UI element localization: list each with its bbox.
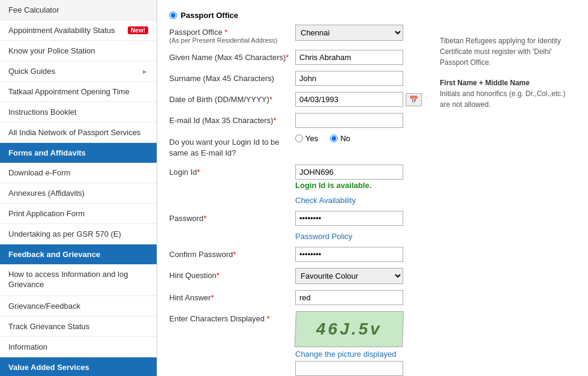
- given-name-input-wrap: Chris Abraham: [295, 50, 422, 65]
- captcha-input-wrap: 46J.5v Change the picture displayed: [295, 311, 422, 376]
- surname-input[interactable]: John: [295, 71, 403, 86]
- hint-answer-input-wrap: [295, 290, 422, 305]
- hint-question-select-wrap: Favourite Colour Mother's Maiden Name Pe…: [295, 268, 422, 284]
- sidebar-item-annexures[interactable]: Annexures (Affidavits): [0, 183, 157, 204]
- sidebar-item-undertaking[interactable]: Undertaking as per GSR 570 (E): [0, 224, 157, 244]
- chevron-right-icon: ►: [142, 68, 148, 75]
- hint-question-label: Hint Question*: [169, 268, 295, 280]
- hint-answer-row: Hint Answer*: [169, 290, 422, 305]
- login-available-text: Login Id is available.: [295, 181, 403, 190]
- password-input[interactable]: [295, 211, 403, 226]
- first-name-note: Initials and honorifics (e.g. Dr.,Col.,e…: [440, 88, 570, 110]
- passport-office-select-wrap: Chennai Mumbai Delhi Kolkata Bangalore: [295, 25, 422, 41]
- sidebar-item-quick-guides[interactable]: Quick Guides ►: [0, 61, 157, 82]
- sidebar-section-forms: Forms and Affidavits: [0, 143, 157, 163]
- dob-input[interactable]: 04/03/1993: [295, 92, 403, 107]
- dob-input-wrap: 04/03/1993 📅: [295, 92, 422, 107]
- sidebar-section-value-added: Value Added Services: [0, 357, 157, 376]
- sidebar-item-know-police-station[interactable]: Know your Police Station: [0, 41, 157, 61]
- login-same-no-label[interactable]: No: [330, 134, 350, 143]
- change-picture-link[interactable]: Change the picture displayed: [295, 350, 422, 359]
- sidebar-item-appointment-status[interactable]: Appointment Availability Status New!: [0, 20, 157, 41]
- email-label: E-mail Id (Max 35 Characters)*: [169, 113, 295, 125]
- login-same-yes-label[interactable]: Yes: [295, 134, 318, 143]
- sidebar: Fee Calculator Appointment Availability …: [0, 0, 157, 376]
- password-label: Password*: [169, 211, 295, 223]
- login-same-no-radio[interactable]: [330, 135, 338, 142]
- sidebar-item-track-grievance[interactable]: Track Grievance Status: [0, 317, 157, 337]
- sidebar-item-print-application[interactable]: Print Application Form: [0, 204, 157, 224]
- sidebar-item-all-india-network[interactable]: All India Network of Passport Services: [0, 123, 157, 143]
- passport-office-label: Passport Office * (As per Present Reside…: [169, 25, 295, 44]
- email-row: E-mail Id (Max 35 Characters)*: [169, 113, 422, 128]
- dob-label: Date of Birth (DD/MM/YYYY)*: [169, 92, 295, 104]
- confirm-password-input[interactable]: [295, 247, 403, 262]
- passport-office-select[interactable]: Chennai Mumbai Delhi Kolkata Bangalore: [295, 25, 403, 41]
- login-id-label: Login Id*: [169, 165, 295, 177]
- right-info-panel: Tibetan Refugees applying for Identity C…: [434, 11, 576, 113]
- surname-input-wrap: John: [295, 71, 422, 86]
- sidebar-item-tatkaal[interactable]: Tatkaal Appointment Opening Time: [0, 82, 157, 102]
- confirm-password-row: Confirm Password*: [169, 247, 422, 262]
- calendar-icon[interactable]: 📅: [406, 93, 422, 106]
- login-id-input[interactable]: [295, 165, 403, 180]
- sidebar-item-download-eform[interactable]: Download e-Form: [0, 163, 157, 183]
- captcha-image: 46J.5v: [295, 311, 404, 347]
- tibetan-note: Tibetan Refugees applying for Identity C…: [440, 35, 570, 68]
- captcha-row: Enter Characters Displayed * 46J.5v Chan…: [169, 311, 422, 376]
- first-name-label: First Name + Middle Name: [440, 77, 570, 88]
- hint-answer-input[interactable]: [295, 290, 403, 305]
- passport-office-radio-label: Passport Office: [181, 11, 238, 20]
- sidebar-item-instructions-booklet[interactable]: Instructions Booklet: [0, 102, 157, 123]
- login-id-row: Login Id* Login Id is available. Check A…: [169, 165, 422, 205]
- main-content: Passport Office Passport Office * (As pe…: [157, 0, 588, 376]
- email-input-wrap: [295, 113, 422, 128]
- passport-office-row: Passport Office * (As per Present Reside…: [169, 25, 422, 44]
- new-badge: New!: [128, 26, 148, 34]
- password-policy-link[interactable]: Password Policy: [295, 232, 352, 241]
- sidebar-item-how-to-access[interactable]: How to access Information and log Grieva…: [0, 264, 157, 296]
- login-same-yes-radio[interactable]: [295, 135, 303, 142]
- password-input-wrap: Password Policy: [295, 211, 422, 241]
- sidebar-item-fee-calculator[interactable]: Fee Calculator: [0, 0, 157, 20]
- dob-row: Date of Birth (DD/MM/YYYY)* 04/03/1993 📅: [169, 92, 422, 107]
- confirm-password-label: Confirm Password*: [169, 247, 295, 259]
- email-input[interactable]: [295, 113, 403, 128]
- passport-office-radio[interactable]: [169, 11, 177, 19]
- login-same-radio-wrap: Yes No: [295, 134, 422, 143]
- given-name-row: Given Name (Max 45 Characters)* Chris Ab…: [169, 50, 422, 65]
- check-availability-link[interactable]: Check Availability: [295, 196, 356, 205]
- captcha-text: 46J.5v: [316, 320, 382, 339]
- login-id-input-wrap: Login Id is available. Check Availabilit…: [295, 165, 422, 205]
- login-same-row: Do you want your Login Id to be same as …: [169, 134, 422, 159]
- password-row: Password* Password Policy: [169, 211, 422, 241]
- surname-row: Surname (Max 45 Characters) John: [169, 71, 422, 86]
- given-name-input[interactable]: Chris Abraham: [295, 50, 403, 65]
- sidebar-item-information[interactable]: Information: [0, 337, 157, 357]
- given-name-label: Given Name (Max 45 Characters)*: [169, 50, 295, 62]
- hint-question-row: Hint Question* Favourite Colour Mother's…: [169, 268, 422, 284]
- confirm-password-input-wrap: [295, 247, 422, 262]
- captcha-input[interactable]: [295, 361, 403, 376]
- sidebar-section-feedback: Feedback and Grievance: [0, 244, 157, 264]
- sidebar-item-grievance-feedback[interactable]: Grievance/Feedback: [0, 296, 157, 317]
- hint-answer-label: Hint Answer*: [169, 290, 295, 302]
- captcha-label: Enter Characters Displayed *: [169, 311, 295, 323]
- hint-question-select[interactable]: Favourite Colour Mother's Maiden Name Pe…: [295, 268, 403, 284]
- surname-label: Surname (Max 45 Characters): [169, 71, 295, 83]
- login-same-label: Do you want your Login Id to be same as …: [169, 134, 295, 159]
